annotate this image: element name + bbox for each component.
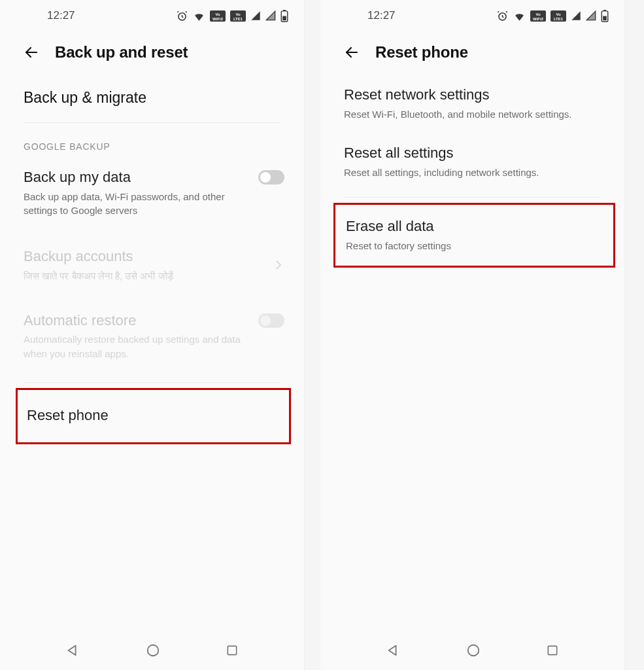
status-icons: VoWiFi2 VoLTE1 — [496, 10, 609, 22]
signal2-icon — [265, 10, 276, 21]
erase-all-data-row[interactable]: Erase all data Reset to factory settings — [335, 205, 613, 266]
backup-my-data-desc: Back up app data, Wi-Fi passwords, and o… — [24, 190, 246, 219]
svg-rect-23 — [548, 646, 556, 654]
backup-accounts-desc: जिस खाते पर बैकअप लेना है, उसे अभी जोड़े… — [24, 269, 280, 283]
automatic-restore-row: Automatic restore Automatically restore … — [0, 302, 304, 370]
svg-rect-20 — [603, 10, 606, 11]
svg-text:Vo: Vo — [235, 12, 241, 16]
backup-migrate-label: Back up & migrate — [24, 88, 280, 108]
nav-back-icon[interactable] — [386, 643, 400, 658]
svg-rect-8 — [283, 10, 286, 11]
screen-backup-and-reset: 12:27 VoWiFi2 VoLTE1 Back up and reset B… — [0, 0, 305, 670]
automatic-restore-title: Automatic restore — [24, 311, 246, 330]
navigation-bar — [320, 631, 624, 670]
svg-text:LTE1: LTE1 — [233, 17, 243, 21]
status-bar: 12:27 VoWiFi2 VoLTE1 — [0, 0, 304, 31]
back-arrow-icon[interactable] — [24, 44, 39, 60]
divider — [24, 122, 280, 123]
reset-phone-highlight: Reset phone — [16, 388, 291, 444]
signal2-icon — [586, 10, 596, 21]
erase-all-data-title: Erase all data — [346, 217, 603, 236]
signal1-icon — [571, 10, 581, 21]
divider — [344, 197, 601, 198]
reset-all-settings-title: Reset all settings — [344, 143, 601, 163]
svg-rect-11 — [228, 646, 236, 654]
automatic-restore-toggle — [258, 313, 284, 328]
volte1-icon: VoLTE1 — [551, 10, 566, 22]
battery-icon — [601, 10, 609, 22]
vowifi2-icon: VoWiFi2 — [210, 10, 226, 22]
nav-home-icon[interactable] — [466, 643, 481, 658]
page-title: Reset phone — [375, 43, 468, 62]
reset-phone-row[interactable]: Reset phone — [18, 390, 289, 442]
page-header: Reset phone — [320, 31, 624, 79]
reset-network-row[interactable]: Reset network settings Reset Wi-Fi, Blue… — [320, 79, 624, 128]
svg-point-22 — [467, 645, 479, 656]
alarm-icon — [496, 10, 509, 22]
svg-text:WiFi2: WiFi2 — [212, 17, 224, 21]
backup-accounts-row: Backup accounts जिस खाते पर बैकअप लेना ह… — [0, 238, 304, 292]
erase-all-data-desc: Reset to factory settings — [346, 239, 603, 253]
backup-my-data-toggle[interactable] — [258, 170, 284, 185]
screen-reset-phone: 12:27 VoWiFi2 VoLTE1 Reset phone Reset n… — [320, 0, 625, 670]
nav-recents-icon[interactable] — [546, 644, 559, 657]
chevron-right-icon — [275, 260, 282, 270]
google-backup-section-label: GOOGLE BACKUP — [0, 128, 304, 158]
settings-list: Reset network settings Reset Wi-Fi, Blue… — [320, 79, 624, 268]
automatic-restore-desc: Automatically restore backed up settings… — [24, 332, 246, 361]
wifi-icon — [513, 10, 526, 22]
status-time: 12:27 — [47, 9, 75, 22]
reset-phone-label: Reset phone — [27, 406, 280, 425]
alarm-icon — [176, 10, 188, 22]
nav-home-icon[interactable] — [146, 643, 160, 658]
battery-icon — [280, 10, 288, 22]
svg-point-10 — [147, 645, 158, 656]
svg-text:Vo: Vo — [535, 12, 541, 16]
svg-text:WiFi2: WiFi2 — [533, 17, 544, 21]
svg-rect-21 — [603, 16, 607, 20]
vowifi2-icon: VoWiFi2 — [530, 10, 546, 22]
reset-network-desc: Reset Wi-Fi, Bluetooth, and mobile netwo… — [344, 107, 601, 122]
backup-accounts-title: Backup accounts — [24, 247, 280, 266]
settings-list: Back up & migrate GOOGLE BACKUP Back up … — [0, 79, 304, 444]
svg-text:LTE1: LTE1 — [554, 17, 564, 21]
nav-recents-icon[interactable] — [226, 644, 239, 657]
page-title: Back up and reset — [55, 43, 188, 62]
status-icons: VoWiFi2 VoLTE1 — [176, 10, 288, 22]
backup-my-data-row[interactable]: Back up my data Back up app data, Wi-Fi … — [0, 158, 304, 227]
reset-network-title: Reset network settings — [344, 85, 601, 105]
reset-all-settings-row[interactable]: Reset all settings Reset all settings, i… — [320, 137, 624, 186]
svg-rect-9 — [282, 16, 286, 20]
backup-migrate-row[interactable]: Back up & migrate — [0, 79, 304, 117]
signal1-icon — [250, 10, 261, 21]
divider — [24, 382, 280, 383]
back-arrow-icon[interactable] — [344, 44, 360, 60]
svg-text:Vo: Vo — [215, 12, 220, 16]
nav-back-icon[interactable] — [65, 643, 80, 658]
volte1-icon: VoLTE1 — [230, 10, 246, 22]
wifi-icon — [193, 10, 205, 22]
status-time: 12:27 — [367, 9, 396, 22]
erase-all-data-highlight: Erase all data Reset to factory settings — [333, 203, 615, 268]
svg-text:Vo: Vo — [556, 12, 561, 16]
status-bar: 12:27 VoWiFi2 VoLTE1 — [320, 0, 624, 31]
backup-my-data-title: Back up my data — [24, 168, 246, 187]
reset-all-settings-desc: Reset all settings, including network se… — [344, 166, 601, 180]
page-header: Back up and reset — [0, 31, 304, 79]
navigation-bar — [0, 631, 304, 670]
